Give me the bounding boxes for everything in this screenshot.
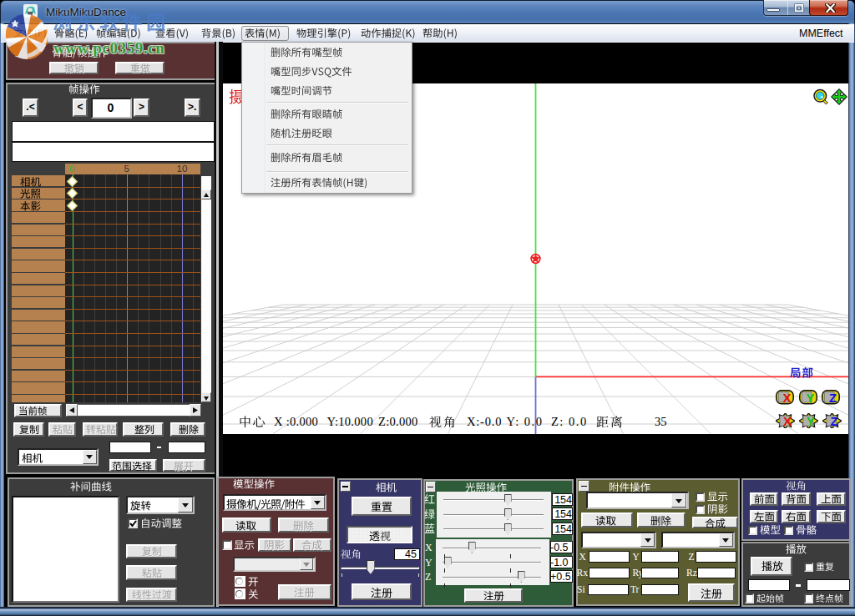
svg-text:X: X <box>783 414 792 428</box>
svg-text:X: X <box>782 391 791 405</box>
svg-text:Y: Y <box>807 391 815 405</box>
svg-text:Z: Z <box>830 414 837 428</box>
svg-text:Z: Z <box>829 391 837 405</box>
svg-text:Y: Y <box>807 414 815 428</box>
